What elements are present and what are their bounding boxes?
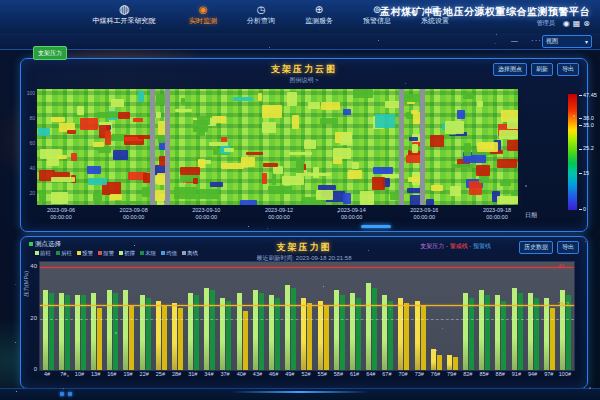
bar-front[interactable] <box>301 298 306 370</box>
bar-x-label: 49# <box>285 371 294 377</box>
heat-blob <box>445 121 464 134</box>
bar-button-1[interactable]: 历史数据 <box>519 241 553 254</box>
bar-front[interactable] <box>512 288 517 370</box>
heat-blob <box>51 117 64 122</box>
more-menu-icon[interactable]: ··· <box>531 36 542 45</box>
bar-front[interactable] <box>220 298 225 370</box>
heat-blob <box>268 186 292 194</box>
bar-rear[interactable] <box>97 308 102 370</box>
bar-rear[interactable] <box>388 301 393 370</box>
bar-front[interactable] <box>43 290 48 370</box>
bar-front[interactable] <box>447 355 452 370</box>
bar-x-label: 85# <box>479 371 488 377</box>
nav-item-3[interactable]: ⊕监测服务 <box>296 4 342 25</box>
bar-rear[interactable] <box>550 308 555 370</box>
bar-x-label: 16# <box>107 371 116 377</box>
bar-front[interactable] <box>156 301 161 370</box>
collapse-dash[interactable]: — <box>511 37 518 44</box>
footer-bar <box>0 388 600 400</box>
heatmap-button-1[interactable]: 选择测点 <box>493 63 527 76</box>
bar-front[interactable] <box>140 295 145 370</box>
heat-blob <box>233 97 253 101</box>
heat-blob <box>97 112 121 118</box>
bar-rear[interactable] <box>81 295 86 370</box>
bar-group <box>447 262 458 370</box>
bar-rear[interactable] <box>485 295 490 370</box>
bar-front[interactable] <box>415 301 420 370</box>
heatmap-button-3[interactable]: 导出 <box>557 63 579 76</box>
bar-group <box>91 262 102 370</box>
bar-rear[interactable] <box>437 355 442 370</box>
heatmap-scrollbar[interactable] <box>361 225 391 228</box>
heatmap-subtitle[interactable]: 图例说明 > <box>21 76 587 85</box>
bar-rear[interactable] <box>243 311 248 370</box>
bar-front[interactable] <box>382 295 387 370</box>
bar-button-2[interactable]: 导出 <box>557 241 579 254</box>
heat-blob <box>450 186 461 197</box>
nav-item-2[interactable]: ◷分析查询 <box>238 4 284 25</box>
bar-rear[interactable] <box>421 306 426 370</box>
bar-front[interactable] <box>172 303 177 370</box>
bar-front[interactable] <box>107 290 112 370</box>
bar-front[interactable] <box>431 349 436 370</box>
bar-rear[interactable] <box>65 295 70 370</box>
bar-rear[interactable] <box>324 306 329 370</box>
bar-rear[interactable] <box>501 301 506 370</box>
heat-blob <box>375 114 395 128</box>
bar-front[interactable] <box>285 285 290 370</box>
bar-x-label: 34# <box>204 371 213 377</box>
bar-rear[interactable] <box>534 298 539 370</box>
bar-rear[interactable] <box>356 298 361 370</box>
pressure-badge[interactable]: 支架压力 <box>33 46 67 60</box>
bar-front[interactable] <box>123 290 128 370</box>
user-icon[interactable]: ◉ <box>563 19 570 28</box>
bar-rear[interactable] <box>275 298 280 370</box>
bar-front[interactable] <box>495 295 500 370</box>
heat-blob <box>155 190 165 200</box>
heat-blob <box>373 167 394 174</box>
nav-item-1[interactable]: ◉实时监测 <box>180 4 226 25</box>
heat-blob <box>193 178 198 184</box>
bar-x-label: 67# <box>382 371 391 377</box>
bar-rear[interactable] <box>469 298 474 370</box>
bar-front[interactable] <box>204 288 209 370</box>
bar-rear[interactable] <box>372 288 377 370</box>
heat-blob <box>263 163 278 167</box>
heat-blob <box>406 155 420 163</box>
bar-rear[interactable] <box>340 295 345 370</box>
bar-front[interactable] <box>318 301 323 370</box>
heatmap-button-2[interactable]: 刷新 <box>531 63 553 76</box>
bar-front[interactable] <box>253 290 258 370</box>
bar-y-tick: 0 <box>34 366 37 372</box>
heat-blob <box>497 196 518 204</box>
bar-rear[interactable] <box>178 308 183 370</box>
bar-front[interactable] <box>479 290 484 370</box>
bar-rear[interactable] <box>210 290 215 370</box>
bar-rear[interactable] <box>291 288 296 370</box>
bar-front[interactable] <box>398 298 403 370</box>
chevron-down-icon: ▾ <box>585 38 588 45</box>
logout-icon[interactable]: ⊗ <box>583 19 590 28</box>
bar-rear[interactable] <box>307 303 312 370</box>
bar-rear[interactable] <box>162 306 167 370</box>
bar-front[interactable] <box>75 295 80 370</box>
heat-blob <box>409 137 418 141</box>
heat-blob <box>174 187 197 199</box>
bar-front[interactable] <box>269 295 274 370</box>
view-dropdown[interactable]: 视图 ▾ <box>542 35 592 48</box>
bar-front[interactable] <box>544 298 549 370</box>
bar-rear[interactable] <box>453 357 458 370</box>
bar-front[interactable] <box>334 290 339 370</box>
bar-x-label: 64# <box>366 371 375 377</box>
heat-blob <box>507 118 518 129</box>
bar-rear[interactable] <box>129 306 134 370</box>
bar-rear[interactable] <box>404 303 409 370</box>
bar-rear[interactable] <box>146 298 151 370</box>
bar-front[interactable] <box>366 283 371 370</box>
bar-rear[interactable] <box>194 295 199 370</box>
heat-blob <box>308 102 320 109</box>
star <box>436 350 437 351</box>
apps-icon[interactable]: ▦ <box>573 19 581 28</box>
heatmap-plot[interactable] <box>37 89 521 205</box>
bar-rear[interactable] <box>226 301 231 370</box>
